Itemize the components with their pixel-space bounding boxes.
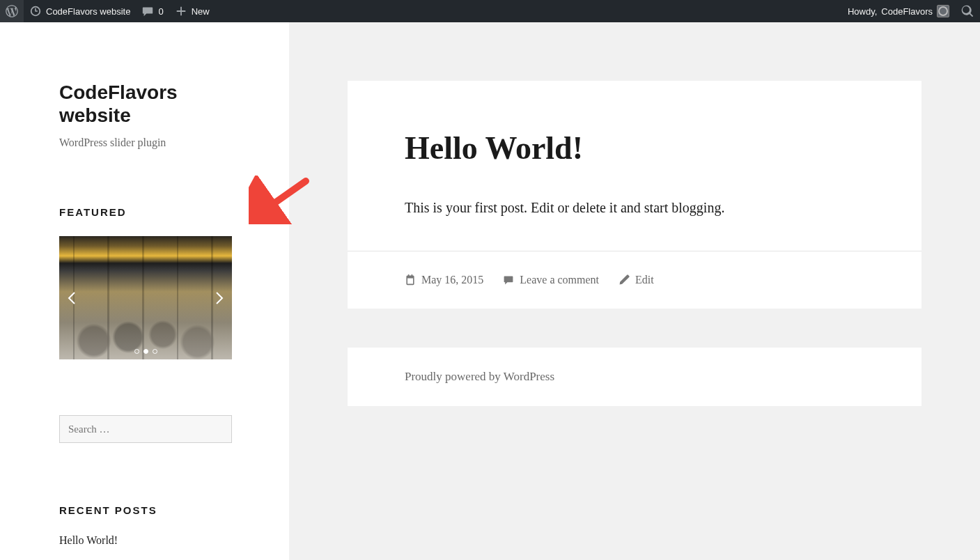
- page-body: CodeFlavors website WordPress slider plu…: [0, 22, 980, 560]
- wordpress-logo-icon: [6, 5, 18, 17]
- adminbar-comments-count: 0: [158, 6, 163, 17]
- footer-credit-link[interactable]: Proudly powered by WordPress: [405, 370, 554, 383]
- adminbar-site-link[interactable]: CodeFlavors website: [24, 0, 136, 22]
- avatar-icon: [937, 5, 949, 17]
- main-content: Hello World! This is your first post. Ed…: [289, 22, 980, 560]
- wp-admin-bar: CodeFlavors website 0 New Howdy, CodeFla…: [0, 0, 980, 22]
- slider-pagination: [59, 349, 232, 354]
- post-comment-link[interactable]: Leave a comment: [503, 274, 599, 286]
- calendar-icon: [405, 274, 416, 286]
- footer-credit-card: Proudly powered by WordPress: [348, 348, 921, 406]
- adminbar-site-name: CodeFlavors website: [46, 6, 130, 17]
- comment-icon: [141, 5, 154, 17]
- post-date-text: May 16, 2015: [421, 274, 483, 286]
- plus-icon: [175, 5, 187, 17]
- post-date: May 16, 2015: [405, 274, 483, 286]
- slider-next-button[interactable]: [211, 290, 228, 306]
- adminbar-spacer: [215, 0, 842, 22]
- adminbar-howdy-prefix: Howdy,: [848, 6, 877, 17]
- recent-post-link[interactable]: Hello World!: [59, 534, 232, 547]
- adminbar-wp-logo[interactable]: [0, 0, 24, 22]
- slider-dot[interactable]: [134, 349, 139, 354]
- post-edit-text: Edit: [635, 274, 654, 286]
- adminbar-user-name: CodeFlavors: [881, 6, 933, 17]
- post-title[interactable]: Hello World!: [405, 130, 864, 166]
- search-input[interactable]: [59, 415, 232, 443]
- chevron-right-icon: [215, 292, 224, 304]
- adminbar-comments[interactable]: 0: [136, 0, 169, 22]
- featured-heading: FEATURED: [59, 206, 232, 218]
- adminbar-search[interactable]: [955, 0, 980, 22]
- site-description: WordPress slider plugin: [59, 137, 232, 149]
- recent-posts-list: Hello World!: [59, 534, 232, 547]
- chevron-left-icon: [67, 292, 77, 304]
- dashboard-icon: [29, 5, 42, 17]
- post-edit-link[interactable]: Edit: [619, 274, 654, 286]
- slider-prev-button[interactable]: [63, 290, 80, 306]
- post-content: This is your first post. Edit or delete …: [405, 200, 864, 216]
- slider-dot[interactable]: [143, 349, 148, 354]
- search-icon: [960, 4, 974, 18]
- adminbar-my-account[interactable]: Howdy, CodeFlavors: [842, 0, 955, 22]
- post-comment-text: Leave a comment: [520, 274, 599, 286]
- recent-posts-heading: RECENT POSTS: [59, 504, 232, 516]
- post-meta-footer: May 16, 2015 Leave a comment Edit: [348, 251, 921, 309]
- featured-slider[interactable]: [59, 236, 232, 359]
- adminbar-new[interactable]: New: [169, 0, 215, 22]
- slider-dot[interactable]: [153, 349, 157, 354]
- site-title[interactable]: CodeFlavors website: [59, 81, 232, 127]
- site-sidebar: CodeFlavors website WordPress slider plu…: [0, 22, 289, 560]
- comment-icon: [503, 274, 514, 286]
- pencil-icon: [619, 274, 630, 286]
- adminbar-new-label: New: [192, 6, 210, 17]
- post-card: Hello World! This is your first post. Ed…: [348, 81, 921, 309]
